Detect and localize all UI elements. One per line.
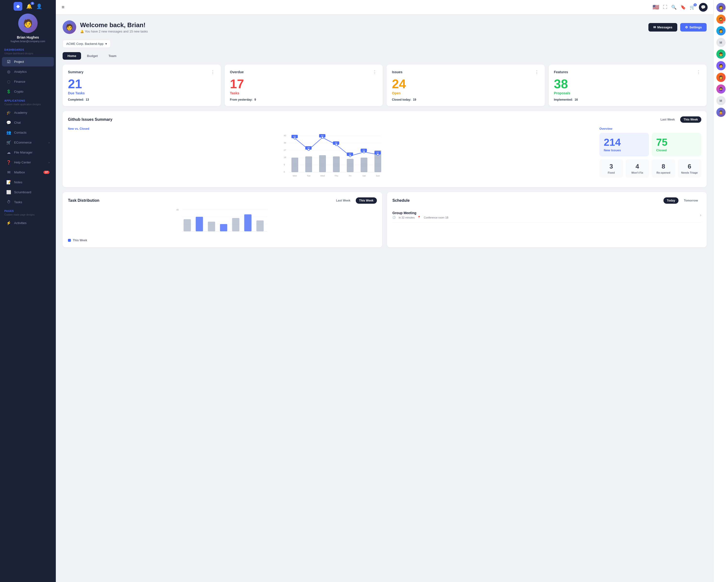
svg-text:0: 0 bbox=[284, 171, 285, 173]
app-logo[interactable]: ◆ bbox=[14, 2, 22, 11]
sidebar-item-chat[interactable]: 💬 Chat bbox=[2, 118, 54, 127]
applications-section-sub: Custom made application designs bbox=[0, 103, 56, 108]
svg-text:45: 45 bbox=[284, 134, 286, 137]
messages-icon: ✉ bbox=[653, 25, 656, 29]
github-this-week-btn[interactable]: This Week bbox=[680, 116, 701, 123]
sidebar-item-chat-label: Chat bbox=[14, 121, 21, 124]
right-avatar-6[interactable]: 👩‍🦱 bbox=[717, 84, 726, 93]
stat-card-overdue: Overdue ⋮ 17 Tasks From yesterday: 9 bbox=[225, 64, 383, 106]
bookmark-icon[interactable]: 🔖 bbox=[680, 5, 686, 10]
stat-card-overdue-menu[interactable]: ⋮ bbox=[372, 70, 378, 75]
welcome-avatar: 🧑 bbox=[62, 20, 76, 34]
sidebar-item-file-manager[interactable]: ☁ File Manager bbox=[2, 148, 54, 157]
welcome-greeting: Welcome back, Brian! bbox=[80, 21, 148, 29]
schedule-event-info: Group Meeting 🕐 in 32 minutes 📍 Conferen… bbox=[392, 211, 448, 219]
sidebar-item-notes[interactable]: 📝 Notes bbox=[2, 177, 54, 187]
sidebar-item-contacts[interactable]: 👥 Contacts bbox=[2, 128, 54, 137]
tab-home[interactable]: Home bbox=[62, 52, 81, 60]
notification-icon[interactable]: 🔔 3 bbox=[26, 3, 32, 9]
task-dist-this-week-btn[interactable]: This Week bbox=[356, 197, 377, 204]
sidebar-item-help-center[interactable]: ❓ Help Center › bbox=[2, 158, 54, 167]
svg-rect-54 bbox=[208, 222, 215, 231]
schedule-tomorrow-btn[interactable]: Tomorrow bbox=[680, 197, 701, 204]
file-manager-icon: ☁ bbox=[6, 150, 11, 155]
svg-text:40: 40 bbox=[176, 209, 179, 211]
profile-icon[interactable]: 👤 bbox=[36, 3, 42, 9]
sidebar-item-scrumboard[interactable]: ⬜ Scrumboard bbox=[2, 188, 54, 197]
topnav-chat-icon[interactable]: 💬 bbox=[699, 3, 708, 11]
closed-label: Closed bbox=[656, 148, 667, 152]
help-center-chevron-icon: › bbox=[49, 161, 50, 164]
settings-icon: ⚙ bbox=[685, 25, 688, 29]
line-bar-chart: 45 36 27 18 9 0 bbox=[68, 133, 595, 182]
overview-title: Overview bbox=[599, 127, 701, 131]
tab-team[interactable]: Team bbox=[104, 52, 121, 60]
expand-icon[interactable]: ⛶ bbox=[663, 5, 667, 10]
reopened-number: 8 bbox=[662, 163, 665, 170]
sidebar-item-analytics[interactable]: ◎ Analytics bbox=[2, 67, 54, 76]
sidebar-item-academy[interactable]: 🎓 Academy bbox=[2, 108, 54, 117]
right-avatar-initial-0[interactable]: M bbox=[717, 38, 726, 47]
search-icon[interactable]: 🔍 bbox=[671, 5, 677, 10]
sidebar-item-project[interactable]: ☑ Project bbox=[2, 57, 54, 66]
sidebar-item-mailbox-label: Mailbox bbox=[14, 170, 25, 174]
sidebar-item-ecommerce[interactable]: 🛒 ECommerce › bbox=[2, 138, 54, 147]
help-center-icon: ❓ bbox=[6, 160, 11, 165]
sidebar-top-bar: ◆ 🔔 3 👤 bbox=[0, 0, 56, 11]
overview-area: Overview 214 New Issues 75 Closed bbox=[599, 127, 701, 182]
stat-issues-number: 24 bbox=[392, 78, 540, 90]
stat-card-summary-header: Summary ⋮ bbox=[68, 70, 215, 75]
stat-card-features-menu[interactable]: ⋮ bbox=[697, 70, 701, 75]
online-indicator-1 bbox=[723, 21, 725, 24]
schedule-event-arrow[interactable]: › bbox=[700, 213, 701, 217]
sidebar-item-tasks[interactable]: ⏱ Tasks bbox=[2, 197, 54, 206]
schedule-title: Schedule bbox=[392, 198, 410, 203]
stat-card-issues-header: Issues ⋮ bbox=[392, 70, 540, 75]
schedule-toggle: Today Tomorrow bbox=[664, 197, 701, 204]
sidebar-item-tasks-label: Tasks bbox=[14, 200, 22, 204]
svg-text:36: 36 bbox=[284, 142, 286, 144]
svg-point-30 bbox=[335, 144, 337, 146]
svg-rect-57 bbox=[244, 214, 252, 231]
time-icon: 🕐 bbox=[392, 216, 396, 219]
sidebar-item-crypto[interactable]: 💲 Crypto bbox=[2, 87, 54, 96]
dashboards-section-sub: Unique dashboard designs bbox=[0, 52, 56, 57]
right-avatar-0[interactable]: 🧑 bbox=[717, 3, 726, 12]
github-last-week-btn[interactable]: Last Week bbox=[657, 116, 678, 123]
pages-section-sub: Custom made page designs bbox=[0, 213, 56, 218]
right-avatar-4[interactable]: 🧑 bbox=[717, 61, 726, 70]
right-avatar-5[interactable]: 👩 bbox=[717, 73, 726, 82]
task-dist-legend: This Week bbox=[68, 239, 377, 242]
task-dist-last-week-btn[interactable]: Last Week bbox=[333, 197, 354, 204]
chat-icon: 💬 bbox=[6, 120, 11, 125]
stats-row: Summary ⋮ 21 Due Tasks Completed: 13 Ove… bbox=[62, 64, 707, 106]
hamburger-icon[interactable]: ≡ bbox=[62, 4, 64, 10]
settings-button[interactable]: ⚙ Settings bbox=[680, 23, 707, 31]
sidebar-item-contacts-label: Contacts bbox=[14, 131, 26, 134]
project-icon: ☑ bbox=[6, 59, 11, 64]
right-avatar-7[interactable]: 🧑‍🦱 bbox=[717, 108, 726, 117]
stat-card-overdue-title: Overdue bbox=[230, 70, 244, 74]
right-avatar-3[interactable]: 👧 bbox=[717, 50, 726, 59]
right-avatar-initial-1[interactable]: M bbox=[717, 96, 726, 105]
ecommerce-chevron-icon: › bbox=[49, 141, 50, 144]
stat-card-issues-menu[interactable]: ⋮ bbox=[535, 70, 540, 75]
tasks-icon: ⏱ bbox=[6, 200, 11, 204]
messages-button[interactable]: ✉ Messages bbox=[648, 23, 677, 31]
sidebar-item-finance[interactable]: ◌ Finance bbox=[2, 77, 54, 86]
notes-icon: 📝 bbox=[6, 180, 11, 185]
cart-icon[interactable]: 🛒 5 bbox=[690, 5, 695, 10]
schedule-today-btn[interactable]: Today bbox=[664, 197, 678, 204]
schedule-event-meta: 🕐 in 32 minutes 📍 Conference room 1B bbox=[392, 216, 448, 219]
right-avatar-2[interactable]: 👩 bbox=[717, 26, 726, 35]
sidebar-item-activities[interactable]: ⚡ Activities bbox=[2, 218, 54, 228]
stat-card-features: Features ⋮ 38 Proposals Implemented: 16 bbox=[549, 64, 707, 106]
project-selector[interactable]: ACME Corp. Backend App ▾ bbox=[62, 40, 111, 48]
right-avatar-1[interactable]: 🧔 bbox=[717, 15, 726, 24]
sidebar-item-mailbox[interactable]: ✉ Mailbox 27 bbox=[2, 168, 54, 177]
new-issues-card: 214 New Issues bbox=[599, 133, 649, 157]
stat-card-summary-menu[interactable]: ⋮ bbox=[211, 70, 215, 75]
task-dist-week-toggle: Last Week This Week bbox=[333, 197, 377, 204]
flag-icon[interactable]: 🇺🇸 bbox=[652, 4, 659, 10]
tab-budget[interactable]: Budget bbox=[82, 52, 103, 60]
